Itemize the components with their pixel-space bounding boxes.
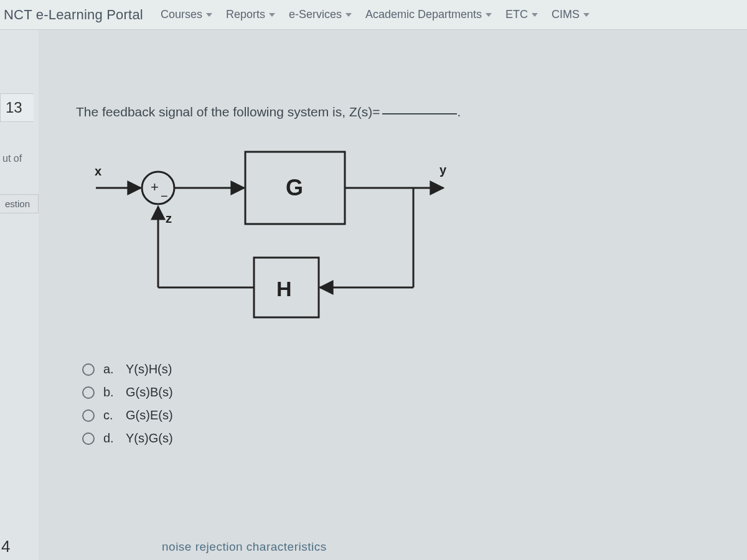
- caret-down-icon: [486, 13, 492, 17]
- next-question-number: 4: [1, 537, 10, 556]
- option-text: G(s)B(s): [126, 385, 173, 399]
- option-text: G(s)E(s): [126, 408, 173, 422]
- radio-icon[interactable]: [82, 432, 95, 445]
- option-b[interactable]: b. G(s)B(s): [82, 385, 728, 399]
- flag-question-button[interactable]: estion: [0, 194, 39, 213]
- question-number: 13: [6, 99, 22, 116]
- input-label: x: [95, 164, 101, 178]
- option-a[interactable]: a. Y(s)H(s): [82, 362, 728, 376]
- option-d[interactable]: d. Y(s)G(s): [82, 431, 728, 446]
- output-label: y: [439, 163, 447, 177]
- prompt-text: The feedback signal of the following sys…: [76, 105, 380, 119]
- nav-cims[interactable]: CIMS: [552, 8, 590, 21]
- bottom-fragment-text: noise rejection characteristics: [162, 540, 327, 554]
- radio-icon[interactable]: [82, 386, 95, 399]
- block-h: H: [276, 277, 292, 301]
- sum-minus: −: [161, 189, 168, 203]
- nav-eservices[interactable]: e-Services: [289, 8, 352, 21]
- option-letter: b.: [103, 385, 117, 399]
- brand-title[interactable]: NCT e-Learning Portal: [4, 7, 143, 23]
- nav-departments[interactable]: Academic Departments: [365, 8, 492, 21]
- top-nav: NCT e-Learning Portal Courses Reports e-…: [0, 0, 747, 30]
- caret-down-icon: [269, 13, 275, 17]
- option-c[interactable]: c. G(s)E(s): [82, 408, 728, 422]
- radio-icon[interactable]: [82, 363, 95, 376]
- nav-reports[interactable]: Reports: [226, 8, 275, 21]
- option-letter: d.: [103, 431, 117, 446]
- out-of-label: ut of: [0, 153, 39, 164]
- caret-down-icon: [532, 13, 538, 17]
- option-letter: c.: [103, 408, 117, 422]
- option-text: Y(s)H(s): [126, 362, 172, 376]
- prompt-dot: .: [457, 105, 461, 119]
- caret-down-icon: [206, 13, 212, 17]
- option-letter: a.: [103, 362, 117, 376]
- feedback-label: z: [166, 212, 172, 225]
- block-g: G: [286, 175, 303, 200]
- caret-down-icon: [345, 13, 352, 17]
- nav-label: Academic Departments: [365, 8, 482, 21]
- nav-label: Courses: [161, 8, 202, 21]
- nav-label: ETC: [505, 8, 528, 21]
- option-text: Y(s)G(s): [126, 431, 173, 446]
- nav-courses[interactable]: Courses: [161, 8, 212, 21]
- nav-etc[interactable]: ETC: [505, 8, 538, 21]
- nav-label: Reports: [226, 8, 265, 21]
- question-prompt: The feedback signal of the following sys…: [76, 105, 728, 119]
- block-diagram: x + − G y H: [83, 138, 728, 337]
- caret-down-icon: [583, 13, 590, 17]
- question-number-box: 13: [0, 93, 34, 122]
- radio-icon[interactable]: [82, 409, 95, 422]
- nav-label: e-Services: [289, 8, 342, 21]
- sum-plus: +: [151, 179, 159, 195]
- question-main: The feedback signal of the following sys…: [39, 30, 747, 560]
- answer-blank: [382, 113, 457, 114]
- nav-label: CIMS: [552, 8, 580, 21]
- answer-options: a. Y(s)H(s) b. G(s)B(s) c. G(s)E(s) d. Y…: [82, 362, 728, 446]
